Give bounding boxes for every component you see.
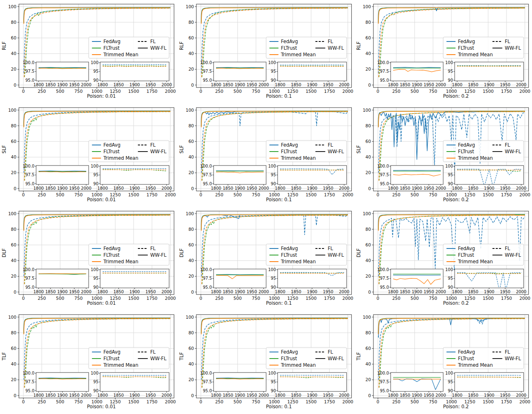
inset-zoom-fl-tick-label-x: 1800 [275,186,285,191]
inset-zoom-wwfl-tick-label-x: 1850 [400,186,410,191]
inset-zoom-fl-tick-label-x: 1950 [500,83,510,87]
tick-label-y: 40 [188,51,193,56]
y-axis-label: TLF [179,352,184,361]
inset-zoom-wwfl-tick-label-x: 1850 [223,393,233,398]
inset-zoom-wwfl-tick-label-x: 1850 [400,393,410,398]
inset-zoom-wwfl-tick-label-x: 1850 [400,83,410,87]
y-axis-label: DLF [1,248,7,258]
legend-label-trimmed-mean: Trimmed Mean [103,362,138,368]
tick-label-y: 100 [363,211,371,216]
inset-zoom-fl-tick-label-y: 95 [271,276,276,281]
inset-zoom-wwfl-tick-label-x: 1850 [45,186,55,191]
legend-label-ww-fl: WW-FL [327,252,344,258]
inset-zoom-fl-tick-label-y: 95 [448,69,453,74]
inset-zoom-wwfl-tick-label-y: 100.0 [23,267,35,272]
inset-zoom-wwfl-tick-label-y: 95.0 [380,182,389,186]
inset-zoom-fl-tick-label-y: 100 [445,60,453,65]
inset-zoom-fl-tick-label-x: 2000 [339,393,349,398]
tick-label-x: 1500 [306,399,317,404]
inset-zoom-fl-tick-label-x: 1900 [307,290,317,294]
inset-zoom-wwfl-tick-label-y: 95.0 [203,285,212,290]
subplot-dlf-poison-0-01: 0250500750100012501500175020000204060801… [0,207,177,310]
inset-zoom-wwfl-tick-label-y: 97.5 [25,276,35,281]
tick-label-x: 750 [74,399,83,404]
tick-label-x: 1750 [147,399,158,404]
legend-label-trimmed-mean: Trimmed Mean [103,52,138,58]
inset-zoom-wwfl-tick-label-x: 1800 [33,83,44,87]
inset-zoom-wwfl-tick-label-x: 2000 [435,393,446,398]
inset-zoom-fl-tick-label-y: 90 [448,389,453,393]
tick-label-x: 250 [38,89,46,94]
inset-zoom-fl-tick-label-y: 90 [448,78,453,83]
tick-label-x: 750 [252,296,260,301]
tick-label-x: 1500 [483,296,494,301]
inset-zoom-wwfl-tick-label-x: 2000 [258,83,269,87]
inset-zoom-wwfl-tick-label-y: 97.5 [203,380,212,384]
inset-zoom-fl-tick-label-x: 1800 [275,393,285,398]
tick-label-y: 60 [366,242,371,247]
legend-label-trimmed-mean: Trimmed Mean [103,259,138,264]
tick-label-x: 1750 [324,296,335,301]
tick-label-y: 40 [188,361,193,366]
inset-zoom-wwfl-tick-label-y: 100.0 [378,164,389,168]
inset-zoom-wwfl-tick-label-x: 1950 [424,186,434,191]
legend-label-trimmed-mean: Trimmed Mean [280,52,316,58]
tick-label-y: 20 [366,170,371,175]
inset-zoom-fl-tick-label-y: 100 [91,60,99,65]
tick-label-x: 0 [199,399,202,404]
tick-label-x: 1500 [128,399,139,404]
plot-canvas: 0250500750100012501500175020000204060801… [177,104,355,207]
inset-zoom-wwfl-tick-label-x: 2000 [435,290,446,294]
tick-label-x: 750 [429,89,437,94]
tick-label-x: 500 [411,399,419,404]
inset-zoom-wwfl-tick-label-x: 1950 [69,290,79,294]
y-axis-label: DLF [179,248,184,258]
tick-label-y: 100 [186,108,194,113]
inset-zoom-wwfl-tick-label-y: 97.5 [203,276,212,281]
inset-zoom-wwfl-tick-label-y: 95.0 [25,78,35,83]
tick-label-x: 1750 [324,192,335,197]
tick-label-x: 500 [56,296,64,301]
inset-zoom-fl-tick-label-y: 90 [271,389,276,393]
legend-label-fl: FL [505,349,511,355]
inset-zoom-fl-tick-label-x: 2000 [161,393,172,398]
legend-label-fl: FL [150,349,156,355]
plot-canvas: 0250500750100012501500175020000204060801… [355,310,532,414]
tick-label-x: 500 [56,89,64,94]
inset-zoom-fl-tick-label-y: 100 [445,371,453,375]
tick-label-x: 1500 [128,89,139,94]
tick-label-x: 0 [199,192,202,197]
tick-label-y: 20 [188,377,193,382]
tick-label-y: 100 [8,108,16,113]
legend-label-ww-fl: WW-FL [150,356,167,361]
legend-label-fedavg: FedAvg [281,142,298,148]
legend-label-fedavg: FedAvg [104,246,121,251]
inset-zoom-wwfl-tick-label-x: 1950 [246,393,257,398]
inset-zoom-fl-tick-label-y: 90 [93,78,99,83]
inset-zoom-wwfl-tick-label-y: 97.5 [25,380,35,384]
tick-label-y: 40 [366,154,371,159]
legend: FedAvgFLTrustTrimmed MeanFLWW-FL [89,244,169,265]
tick-label-x: 500 [233,399,242,404]
plot-canvas: 0250500750100012501500175020000204060801… [177,310,355,414]
inset-zoom-wwfl-tick-label-x: 1800 [211,186,221,191]
plot-canvas: 0250500750100012501500175020000204060801… [355,104,532,207]
tick-label-x: 0 [377,192,380,197]
legend-label-fedavg: FedAvg [458,142,475,148]
inset-zoom-wwfl-series-fedavg [216,67,264,68]
inset-zoom-fl-background [455,166,524,184]
tick-label-y: 20 [11,274,16,278]
inset-zoom-wwfl-tick-label-y: 100.0 [378,371,389,375]
y-axis-label: RLF [179,41,184,50]
tick-label-x: 250 [392,89,401,94]
legend: FedAvgFLTrustTrimmed MeanFLWW-FL [266,37,346,58]
tick-label-y: 0 [14,393,16,398]
y-axis-label: SLF [179,145,184,153]
inset-zoom-fl-tick-label-x: 1950 [145,83,156,87]
inset-zoom-fl-tick-label-y: 100 [91,371,99,375]
inset-zoom-fl-tick-label-x: 2000 [339,83,349,87]
tick-label-x: 1500 [306,192,317,197]
inset-zoom-wwfl-tick-label-x: 2000 [81,290,91,294]
tick-label-x: 0 [199,89,202,94]
tick-label-x: 750 [74,296,83,301]
